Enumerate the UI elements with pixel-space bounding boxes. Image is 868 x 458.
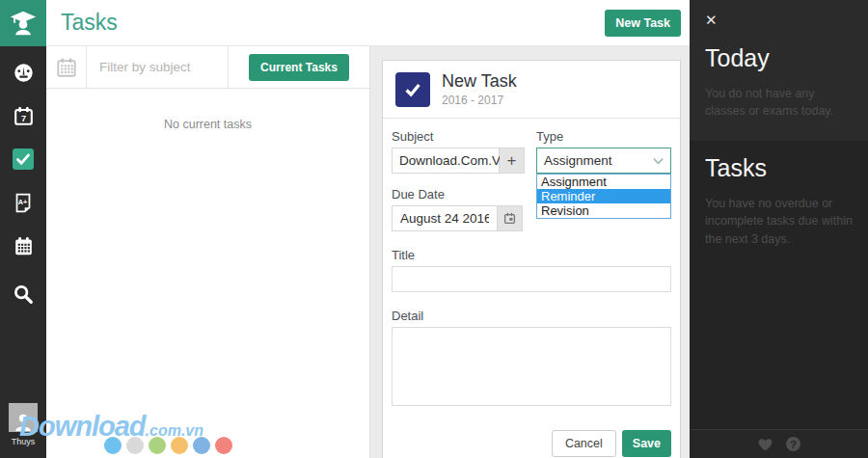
type-option-reminder[interactable]: Reminder [537,189,670,203]
date-picker-button[interactable] [498,205,523,231]
title-label: Title [392,248,671,262]
person-icon [13,411,34,432]
dialog-header: New Task 2016 - 2017 [383,61,680,119]
calendar-small-icon [503,212,516,225]
color-dot [193,437,210,454]
help-glyph: ? [790,439,797,450]
calendar-grid-icon [56,57,77,78]
chevron-down-icon [653,157,664,165]
task-check-badge [395,72,430,107]
heart-icon[interactable] [757,437,773,451]
new-task-dialog: New Task 2016 - 2017 Subject Download.Co… [382,60,681,458]
calendar-day-icon: 7 [14,106,34,126]
tasks-message: You have no overdue or incomplete tasks … [705,195,853,247]
filter-button-zone: Current Tasks [229,46,369,88]
schedule-calendar-icon [14,236,34,256]
graduation-student-icon [9,9,38,38]
sidebar: 7 A+ [0,0,46,458]
title-field-group: Title [392,248,671,292]
sidebar-item-tasks[interactable] [11,147,36,172]
help-icon[interactable]: ? [786,437,800,451]
sidebar-item-schedule[interactable] [11,233,36,258]
save-button[interactable]: Save [622,430,671,457]
dialog-heading-group: New Task 2016 - 2017 [442,71,517,107]
type-select[interactable]: Assignment [536,148,671,174]
tasks-heading: Tasks [705,154,853,182]
subject-select[interactable]: Download.Com.V [392,148,500,174]
filter-input-wrap [87,46,229,88]
sidebar-nav: 7 A+ [0,60,46,307]
avatar [9,403,38,432]
due-date-input[interactable] [392,205,498,231]
close-icon: ✕ [705,12,718,28]
check-icon [402,79,423,100]
type-select-value: Assignment [544,153,612,168]
color-dot [215,437,232,454]
sidebar-item-calendar[interactable]: 7 [11,103,36,128]
today-section: ✕ Today You do not have any classes or e… [690,0,868,141]
plus-icon: + [507,151,517,171]
exam-paper-icon: A+ [14,193,33,213]
type-label: Type [536,129,671,144]
sidebar-item-dashboard[interactable] [11,60,36,85]
color-dot [149,437,166,454]
dialog-form: Subject Download.Com.V + [383,119,680,458]
tasks-list-panel: Current Tasks No current tasks [46,46,370,458]
today-side-panel: ✕ Today You do not have any classes or e… [690,0,868,458]
empty-tasks-message: No current tasks [46,118,369,131]
type-option-assignment[interactable]: Assignment [537,175,670,189]
title-input[interactable] [392,266,671,292]
dialog-footer: Cancel Save [392,430,671,457]
subject-select-value: Download.Com.V [399,153,501,168]
top-header: Tasks New Task [46,0,690,46]
add-subject-button[interactable]: + [500,148,525,174]
decorative-dots [104,437,232,454]
detail-textarea[interactable] [392,327,671,406]
type-dropdown-list: Assignment Reminder Revision [536,174,671,219]
svg-text:A+: A+ [18,197,27,205]
subject-field-group: Subject Download.Com.V + [392,129,525,174]
type-option-revision[interactable]: Revision [537,203,670,218]
tasks-check-icon [13,148,34,170]
type-field-group: Type Assignment Assignment Reminder Revi… [536,129,671,174]
cancel-button[interactable]: Cancel [552,430,616,457]
app-window: 7 A+ [0,0,868,458]
tasks-section: Tasks You have no overdue or incomplete … [690,141,868,260]
filter-subject-input[interactable] [87,60,228,74]
subject-label: Subject [392,129,525,144]
page-title: Tasks [61,10,605,36]
filter-bar: Current Tasks [46,46,369,89]
dashboard-gauge-icon [14,63,34,83]
new-task-button[interactable]: New Task [605,10,681,37]
user-profile[interactable]: Thuys [0,403,46,446]
dialog-subtitle: 2016 - 2017 [442,94,517,107]
color-dot [126,437,144,454]
svg-text:7: 7 [20,114,25,123]
sidebar-item-exams[interactable]: A+ [11,190,36,215]
color-dot [104,437,122,454]
app-logo[interactable] [0,0,46,46]
current-tasks-button[interactable]: Current Tasks [249,54,349,81]
panel-footer: ? [690,429,868,458]
detail-field-group: Detail [392,309,671,410]
dialog-title: New Task [442,71,517,92]
today-message: You do not have any classes or exams tod… [705,85,853,120]
search-icon [13,283,34,305]
close-panel-button[interactable]: ✕ [705,12,718,29]
color-dot [171,437,188,454]
filter-calendar-button[interactable] [46,46,87,88]
sidebar-item-search[interactable] [11,282,36,307]
user-name: Thuys [12,437,36,446]
today-heading: Today [705,44,853,72]
detail-label: Detail [392,309,671,323]
